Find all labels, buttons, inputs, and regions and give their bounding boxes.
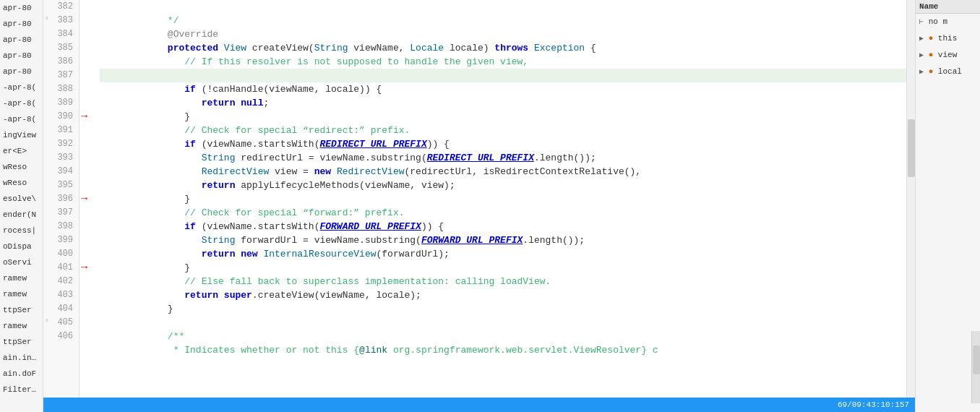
vertical-scrollbar[interactable] <box>906 0 915 398</box>
sidebar-item-10[interactable]: wReso <box>0 159 43 175</box>
sidebar-item-13[interactable]: ender(N <box>0 207 43 223</box>
status-text: 69/09:43:10:157 <box>838 400 909 409</box>
code-line-387: if (!canHandle(viewName, locale)) { <box>100 69 906 82</box>
sidebar-item-9[interactable]: er<E> <box>0 143 43 159</box>
code-line-397: if (viewName.startsWith(FORWARD_URL_PREF… <box>100 206 906 220</box>
right-panel-item-1[interactable]: ▶ ● this <box>916 30 980 47</box>
code-line-398: String forwardUrl = viewName.substring(F… <box>100 220 906 233</box>
expand-icon-2: ▶ <box>919 51 924 59</box>
code-lines: */ @Override protected View createView(S… <box>100 0 906 398</box>
arrow-396: → <box>81 192 87 206</box>
code-line-401: // Else fall back to superclass implemen… <box>100 261 906 275</box>
code-line-400: } <box>100 247 906 261</box>
sidebar-item-4[interactable]: apr-80 <box>0 64 43 80</box>
sidebar-item-5[interactable]: -apr-8( <box>0 80 43 95</box>
sidebar-item-16[interactable]: oServi <box>0 254 43 270</box>
code-line-396: // Check for special “forward:” prefix. <box>100 192 906 206</box>
arrows-column: → → → <box>79 0 100 398</box>
sidebar-item-19[interactable]: ttpSer <box>0 302 43 318</box>
sidebar-item-1[interactable]: apr-80 <box>0 16 43 32</box>
code-line-394: return applyLifecycleMethods(viewName, v… <box>100 165 906 179</box>
right-panel-scrollbar[interactable] <box>971 331 980 403</box>
sidebar-item-8[interactable]: ingView <box>0 127 43 143</box>
sidebar-item-12[interactable]: esolve\ <box>0 191 43 207</box>
code-line-382: */ <box>100 0 906 14</box>
file-sidebar: apr-80 apr-80 apr-80 apr-80 apr-80 -apr-… <box>0 0 43 412</box>
sidebar-item-7[interactable]: -apr-8( <box>0 111 43 127</box>
sidebar-item-23[interactable]: ain.doF <box>0 366 43 382</box>
sidebar-item-11[interactable]: wReso <box>0 175 43 191</box>
line-numbers: 382 383 384 385 386 387 388 389 390 391 … <box>43 0 79 398</box>
sidebar-item-14[interactable]: rocess| <box>0 223 43 239</box>
arrow-401: → <box>81 261 87 275</box>
code-line-405: /** <box>100 316 906 330</box>
code-line-385: // If this resolver is not supposed to h… <box>100 41 906 55</box>
code-line-402: return super.createView(viewName, locale… <box>100 275 906 288</box>
code-container: 382 383 384 385 386 387 388 389 390 391 … <box>43 0 915 398</box>
sidebar-item-3[interactable]: apr-80 <box>0 48 43 64</box>
sidebar-item-22[interactable]: ain.inte <box>0 350 43 366</box>
expand-icon-0: ⊢ <box>919 18 924 26</box>
code-line-388: return null; <box>100 82 906 96</box>
sidebar-item-0[interactable]: apr-80 <box>0 0 43 16</box>
sidebar-item-20[interactable]: ramew <box>0 318 43 334</box>
scrollbar-thumb-v[interactable] <box>908 119 915 177</box>
sidebar-item-18[interactable]: ramew <box>0 286 43 302</box>
sidebar-item-24[interactable]: Filter.( <box>0 382 43 398</box>
arrow-390: → <box>81 110 87 124</box>
code-line-399: return new InternalResourceView(forwardU… <box>100 233 906 247</box>
code-line-390: // Check for special “redirect:” prefix. <box>100 110 906 124</box>
status-bar: 69/09:43:10:157 <box>43 398 915 412</box>
right-panel-item-0[interactable]: ⊢ no m <box>916 14 980 30</box>
sidebar-item-21[interactable]: ttpSer <box>0 334 43 350</box>
code-line-391: if (viewName.startsWith(REDIRECT_URL_PRE… <box>100 124 906 137</box>
right-panel-header: Name <box>916 0 980 14</box>
code-line-393: RedirectView view = new RedirectView(red… <box>100 151 906 165</box>
code-editor: 382 383 384 385 386 387 388 389 390 391 … <box>43 0 915 412</box>
code-line-383: @Override <box>100 14 906 27</box>
right-panel-item-3[interactable]: ▶ ● local <box>916 64 980 80</box>
sidebar-item-6[interactable]: -apr-8( <box>0 95 43 111</box>
sidebar-item-2[interactable]: apr-80 <box>0 32 43 48</box>
right-panel-item-2[interactable]: ▶ ● view <box>916 47 980 64</box>
expand-icon-1: ▶ <box>919 35 924 43</box>
sidebar-item-15[interactable]: oDispa <box>0 239 43 254</box>
right-panel: Name ⊢ no m ▶ ● this ▶ ● view ▶ ● local <box>915 0 980 412</box>
code-line-389: } <box>100 96 906 110</box>
code-line-392: String redirectUrl = viewName.substring(… <box>100 137 906 151</box>
code-line-404 <box>100 302 906 316</box>
code-line-386: // return null to pass on to the next re… <box>100 55 906 69</box>
sidebar-item-17[interactable]: ramew <box>0 270 43 286</box>
code-line-403: } <box>100 288 906 302</box>
code-line-395: } <box>100 179 906 192</box>
code-line-384: protected View createView(String viewNam… <box>100 27 906 41</box>
right-panel-scrollbar-thumb[interactable] <box>973 346 980 374</box>
code-line-406: * Indicates whether or not this {@link o… <box>100 330 906 343</box>
expand-icon-3: ▶ <box>919 68 924 76</box>
